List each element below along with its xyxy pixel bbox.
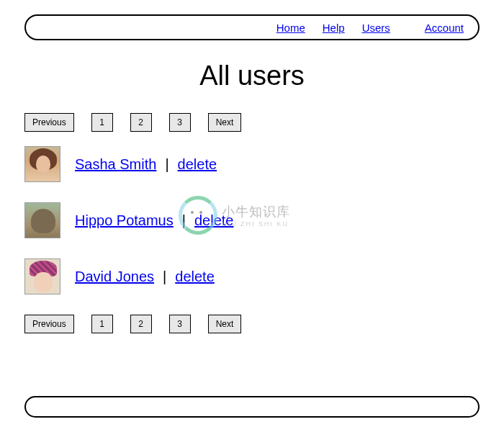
delete-link[interactable]: delete: [194, 212, 234, 229]
pagination-previous-button[interactable]: Previous: [24, 315, 74, 333]
pagination-bottom: Previous 1 2 3 Next: [24, 315, 480, 333]
user-row: Sasha Smith | delete: [24, 146, 480, 182]
nav-account-link[interactable]: Account: [425, 22, 464, 34]
separator: |: [163, 269, 166, 285]
pagination-page-2-button[interactable]: 2: [130, 113, 152, 132]
pagination-top: Previous 1 2 3 Next: [24, 113, 480, 132]
nav-users-link[interactable]: Users: [362, 22, 390, 34]
user-name-link[interactable]: Sasha Smith: [75, 156, 156, 173]
pagination-page-1-button[interactable]: 1: [91, 113, 113, 132]
pagination-page-1-button[interactable]: 1: [91, 315, 113, 333]
pagination-page-3-button[interactable]: 3: [169, 315, 191, 333]
user-name-link[interactable]: David Jones: [75, 269, 154, 285]
pagination-next-button[interactable]: Next: [208, 113, 242, 132]
pagination-page-2-button[interactable]: 2: [130, 315, 152, 333]
delete-link[interactable]: delete: [175, 269, 215, 285]
bottom-bar: [24, 396, 480, 418]
separator: |: [182, 212, 186, 229]
avatar: [24, 146, 60, 182]
user-row: David Jones | delete: [24, 258, 480, 294]
delete-link[interactable]: delete: [178, 156, 217, 173]
avatar: [24, 202, 60, 238]
avatar: [24, 258, 60, 294]
user-list: Sasha Smith | delete Hippo Potamus | del…: [24, 146, 480, 294]
separator: |: [165, 156, 168, 173]
user-row: Hippo Potamus | delete: [24, 202, 480, 238]
user-name-link[interactable]: Hippo Potamus: [75, 212, 174, 229]
nav-home-link[interactable]: Home: [276, 22, 305, 34]
nav-help-link[interactable]: Help: [323, 22, 345, 34]
pagination-previous-button[interactable]: Previous: [24, 113, 74, 132]
top-nav-bar: Home Help Users Account: [24, 14, 480, 40]
pagination-page-3-button[interactable]: 3: [169, 113, 191, 132]
page-title: All users: [24, 60, 480, 91]
pagination-next-button[interactable]: Next: [208, 315, 242, 333]
